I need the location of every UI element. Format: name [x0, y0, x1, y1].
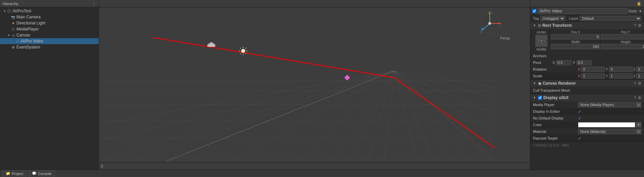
svg-text:Z: Z — [480, 30, 482, 33]
tree-item-maincamera[interactable]: ▶ 📷 Main Camera — [0, 14, 99, 20]
canvas-renderer-section: ▼ ◉ Canvas Renderer ? ⚙ Cull Transparent… — [530, 80, 644, 94]
du-component-icons: ? ⚙ — [634, 96, 641, 100]
scene-bottom-bar: 9 — [99, 162, 530, 170]
rt-question-icon[interactable]: ? — [634, 23, 636, 28]
project-tab-icon: 📁 — [6, 171, 10, 176]
tree-item-dirlight[interactable]: ▶ ☀ Directional Light — [0, 20, 99, 26]
posy-label: Pos Y — [621, 30, 630, 34]
display-ugui-title: Display uGUI — [543, 95, 633, 100]
project-tab-label: Project — [12, 172, 23, 176]
tree-label-canvas: Canvas — [16, 33, 30, 37]
rot-x-input[interactable] — [581, 67, 605, 72]
no-default-display-value: ✓ — [578, 116, 641, 121]
scale-y-axis: Y — [605, 74, 608, 78]
rect-transform-section: ▼ ⊞ Rect Transform ? ⚙ center — [530, 22, 644, 80]
tree-item-canvas[interactable]: ▼ ▭ Canvas — [0, 32, 99, 38]
hierarchy-title: Hierarchy — [3, 2, 18, 6]
scale-x-input[interactable] — [581, 73, 605, 79]
canvas-renderer-header[interactable]: ▼ ◉ Canvas Renderer ? ⚙ — [530, 80, 644, 87]
svg-rect-58 — [542, 35, 547, 40]
tag-label: Tag — [533, 16, 539, 20]
object-name-input[interactable] — [538, 8, 627, 14]
expand-arrow-avprotest[interactable]: ▼ — [3, 9, 7, 13]
avpro-icon: ▭ — [15, 39, 19, 43]
raycast-row: Raycast Target ✓ — [530, 135, 644, 142]
color-row: Color ▼ — [530, 121, 644, 128]
tree-item-eventsystem[interactable]: ▶ ⚙ EventSystem — [0, 44, 99, 50]
scene-svg — [99, 7, 530, 162]
scale-y-input[interactable] — [609, 73, 633, 79]
display-ugui-header[interactable]: ▼ Display uGUI ? ⚙ — [530, 94, 644, 101]
svg-text:X: X — [491, 11, 493, 14]
scale-z-input[interactable] — [636, 73, 644, 79]
tag-select[interactable]: Untagged — [540, 16, 565, 21]
rot-z-input[interactable] — [636, 67, 644, 72]
svg-rect-60 — [542, 41, 547, 46]
media-player-row: Media Player None (Media Player) ⊙ — [530, 101, 644, 108]
color-picker-btn[interactable]: ▼ — [636, 122, 641, 127]
light-icon: ☀ — [11, 21, 15, 25]
console-tab-label: Console — [38, 172, 51, 176]
material-field: None (Material) — [578, 129, 635, 134]
rot-x-axis: X — [578, 67, 580, 71]
expand-arrow-canvas[interactable]: ▼ — [7, 33, 11, 37]
rect-transform-header[interactable]: ▼ ⊞ Rect Transform ? ⚙ — [530, 22, 644, 29]
material-row: Material None (Material) ⊙ — [530, 128, 644, 135]
rotation-value: X Y Z — [578, 67, 644, 72]
lock-icon[interactable]: 🔒 — [637, 1, 641, 6]
height-input[interactable] — [601, 44, 644, 49]
static-label: Static — [628, 9, 638, 13]
media-player-picker-btn[interactable]: ⊙ — [636, 102, 641, 107]
active-checkbox[interactable] — [532, 9, 536, 13]
media-player-field: None (Media Player) — [578, 102, 635, 107]
width-input[interactable] — [551, 44, 600, 49]
height-col: Height — [601, 40, 644, 49]
align-middle-label: middle — [536, 48, 546, 51]
watermark-text: CSDN@人生不过一瞬间 — [533, 144, 570, 147]
no-default-display-row: No Default Display ✓ — [530, 115, 644, 121]
persp-text: Persp — [500, 36, 510, 40]
posy-col: Pos Y — [601, 30, 644, 39]
color-field[interactable] — [578, 122, 635, 127]
du-settings-icon[interactable]: ⚙ — [638, 96, 641, 100]
du-question-icon[interactable]: ? — [634, 96, 636, 100]
posx-label: Pos X — [571, 30, 580, 34]
cr-settings-icon[interactable]: ⚙ — [638, 81, 641, 86]
rt-settings-icon[interactable]: ⚙ — [638, 23, 641, 28]
display-in-editor-row: Display In Editor ✓ — [530, 108, 644, 115]
cr-question-icon[interactable]: ? — [634, 81, 636, 86]
tree-item-mediaplayer[interactable]: ▶ ⬡ MediaPlayer — [0, 26, 99, 32]
tree-item-avprovideo[interactable]: ▶ ▭ AVPro Video — [0, 38, 99, 44]
svg-rect-57 — [536, 35, 541, 40]
scale-z-axis: Z — [633, 74, 636, 78]
tree-label-avprovideo: AVPro Video — [20, 39, 43, 43]
material-picker-btn[interactable]: ⊙ — [636, 129, 641, 134]
rt-wh-row: Width Height R — [551, 40, 644, 49]
media-player-label: Media Player — [533, 103, 577, 107]
svg-line-50 — [482, 23, 490, 30]
raycast-label: Raycast Target — [533, 136, 577, 140]
console-tab[interactable]: 💬 Console — [29, 170, 54, 177]
layer-select[interactable]: Default — [580, 16, 641, 21]
hierarchy-menu-icon[interactable]: ⋮ — [92, 1, 96, 6]
raycast-check: ✓ — [578, 136, 582, 141]
posy-input[interactable] — [601, 34, 644, 39]
scene-view[interactable]: X X Y Z Persp 9 — [99, 0, 530, 170]
posx-input[interactable] — [551, 34, 600, 39]
rt-component-icons: ? ⚙ — [634, 23, 641, 28]
anchor-grid-widget[interactable] — [535, 35, 547, 47]
watermark-area: CSDN@人生不过一瞬间 — [530, 142, 644, 149]
inspector-scroll[interactable]: ▼ ⊞ Rect Transform ? ⚙ center — [530, 22, 644, 170]
collapse-arrow-cr: ▼ — [533, 82, 536, 85]
project-tab[interactable]: 📁 Project — [3, 170, 26, 177]
static-dropdown[interactable]: ▼ — [639, 9, 642, 13]
canvas-icon: ▭ — [11, 33, 15, 37]
tree-item-avprotest[interactable]: ▼ ⬡ AVProTest — [0, 8, 99, 14]
display-ugui-enable[interactable] — [538, 96, 542, 100]
cr-eye-icon[interactable]: ◉ — [538, 81, 541, 86]
hierarchy-header: Hierarchy ⋮ — [0, 0, 99, 7]
tree-label-eventsystem: EventSystem — [16, 45, 40, 50]
pivot-x-input[interactable] — [556, 60, 571, 65]
rot-y-input[interactable] — [609, 67, 633, 72]
pivot-y-input[interactable] — [577, 60, 592, 65]
